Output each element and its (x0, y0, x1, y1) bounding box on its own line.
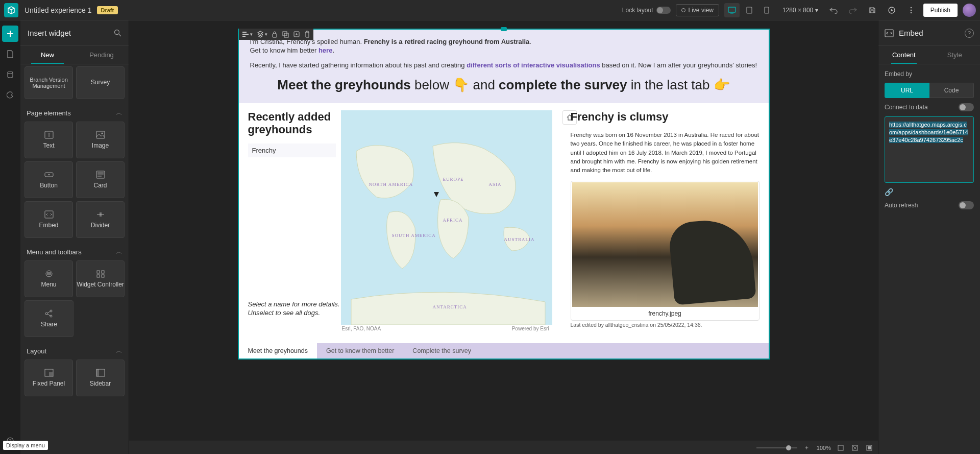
widget-survey[interactable]: Survey (76, 66, 125, 99)
embed-widget-selected[interactable]: ▾ ▾ I'm Cristina, Frenchy's spoiled huma… (238, 29, 770, 360)
widget-menu[interactable]: Menu (24, 260, 73, 297)
app-logo[interactable] (4, 3, 18, 17)
svg-rect-2 (747, 7, 752, 13)
svg-point-6 (910, 9, 912, 11)
svg-rect-0 (728, 7, 736, 12)
duplicate-button[interactable] (282, 31, 289, 38)
canvas-size-dropdown[interactable]: 1280 × 800 ▾ (779, 5, 821, 16)
device-desktop-button[interactable] (724, 3, 740, 17)
undo-button[interactable] (826, 3, 841, 17)
experience-title[interactable]: Untitled experience 1 (24, 6, 92, 14)
more-options-button[interactable] (904, 3, 918, 17)
intro-line-1: I'm Cristina, Frenchy's spoiled human. F… (250, 38, 757, 45)
link-icon[interactable]: 🔗 (885, 188, 974, 196)
last-edited-label: Last edited by allthatgeo_cristina on 25… (571, 322, 702, 328)
properties-panel: Embed ? Content Style Embed by URL Code … (878, 20, 980, 454)
tab-meet-greyhounds[interactable]: Meet the greyhounds (239, 343, 317, 359)
widget-share[interactable]: Share (24, 300, 74, 337)
preview-button[interactable] (885, 3, 899, 17)
svg-point-17 (48, 174, 50, 176)
embed-by-url-button[interactable]: URL (885, 83, 929, 98)
tab-new[interactable]: New (20, 46, 75, 64)
embed-by-code-button[interactable]: Code (929, 83, 974, 98)
tooltip: Display a menu (3, 441, 48, 450)
svg-rect-25 (97, 275, 100, 277)
section-layout[interactable]: Layout ︿ (24, 340, 125, 360)
status-bar: ＋ 100% (129, 441, 878, 454)
widget-card[interactable]: Card (76, 161, 125, 198)
visualisations-link[interactable]: different sorts of interactive visualisa… (467, 61, 600, 69)
zoom-slider[interactable] (756, 447, 797, 448)
svg-text:T: T (47, 132, 50, 138)
tab-content[interactable]: Content (878, 46, 929, 64)
svg-rect-31 (49, 372, 53, 376)
chevron-down-icon: ▾ (815, 7, 818, 14)
section-menu-toolbars[interactable]: Menu and toolbars ︿ (24, 241, 125, 260)
svg-rect-42 (838, 445, 843, 450)
auto-refresh-toggle[interactable] (959, 201, 974, 209)
url-input[interactable]: https://allthatgeo.maps.arcgis.com/apps/… (885, 116, 974, 183)
chevron-up-icon: ︿ (116, 108, 122, 117)
help-button[interactable]: ? (965, 29, 974, 38)
connect-data-toggle[interactable] (959, 103, 974, 111)
svg-point-8 (8, 71, 13, 74)
device-phone-button[interactable] (759, 3, 774, 17)
svg-rect-36 (242, 36, 246, 37)
section-page-elements[interactable]: Page elements ︿ (24, 102, 125, 122)
user-avatar[interactable] (963, 4, 976, 17)
embed-widget-icon (885, 29, 894, 37)
zoom-fit-button[interactable] (836, 443, 845, 452)
zoom-100-button[interactable] (865, 443, 874, 452)
lock-button[interactable] (272, 31, 278, 38)
widget-widget-controller[interactable]: Widget Controller (76, 260, 125, 297)
widget-text[interactable]: T Text (24, 122, 73, 158)
rail-theme-button[interactable] (2, 87, 18, 103)
story-heading: Frenchy is clumsy (571, 110, 760, 124)
widget-image[interactable]: Image (76, 122, 125, 158)
widget-embed[interactable]: Embed (24, 201, 73, 238)
tab-pending[interactable]: Pending (75, 46, 129, 64)
svg-rect-26 (102, 275, 104, 277)
photo-card: frenchy.jpeg (571, 181, 760, 321)
zoom-in-button[interactable]: ＋ (802, 443, 812, 452)
publish-button[interactable]: Publish (923, 4, 958, 17)
svg-point-28 (50, 310, 52, 312)
arrange-button[interactable]: ▾ (257, 31, 267, 38)
resize-handle-top[interactable] (501, 27, 507, 31)
svg-rect-39 (284, 33, 288, 37)
intro-line-2: Get to know him better here. (250, 46, 757, 54)
zoom-value: 100% (817, 445, 831, 451)
svg-rect-33 (96, 369, 99, 376)
svg-rect-3 (765, 7, 769, 13)
bottom-tabs: Meet the greyhounds Get to know them bet… (239, 343, 769, 359)
device-tablet-button[interactable] (742, 3, 757, 17)
rail-insert-button[interactable] (2, 26, 18, 42)
widget-divider[interactable]: Divider (76, 201, 125, 238)
list-item-frenchy[interactable]: Frenchy (248, 144, 336, 157)
tab-complete-survey[interactable]: Complete the survey (403, 343, 480, 359)
tab-style[interactable]: Style (929, 46, 981, 64)
widget-button[interactable]: Button (24, 161, 73, 198)
lock-layout-toggle[interactable]: Lock layout (622, 7, 671, 14)
rail-data-button[interactable] (2, 66, 18, 83)
zoom-fill-button[interactable] (850, 443, 860, 452)
map-widget[interactable]: NORTH AMERICA SOUTH AMERICA EUROPE AFRIC… (341, 110, 552, 325)
svg-rect-23 (97, 271, 100, 273)
redo-button[interactable] (846, 3, 860, 17)
here-link[interactable]: here (318, 46, 332, 54)
left-rail: ? (0, 20, 20, 454)
widget-sidebar[interactable]: Sidebar (76, 360, 125, 396)
pending-button[interactable] (293, 31, 300, 38)
rail-page-button[interactable] (2, 46, 18, 62)
photo-filename: frenchy.jpeg (572, 307, 758, 319)
align-button[interactable]: ▾ (242, 31, 253, 38)
search-widgets-button[interactable] (114, 29, 121, 37)
widget-branch-version-management[interactable]: Branch Version Management (24, 66, 73, 99)
tab-get-to-know[interactable]: Get to know them better (317, 343, 403, 359)
live-view-button[interactable]: Live view (676, 4, 719, 16)
lock-layout-label: Lock layout (622, 7, 653, 14)
delete-button[interactable] (304, 31, 310, 38)
lock-layout-switch[interactable] (656, 7, 671, 14)
save-button[interactable] (865, 3, 879, 17)
widget-fixed-panel[interactable]: Fixed Panel (24, 360, 73, 396)
